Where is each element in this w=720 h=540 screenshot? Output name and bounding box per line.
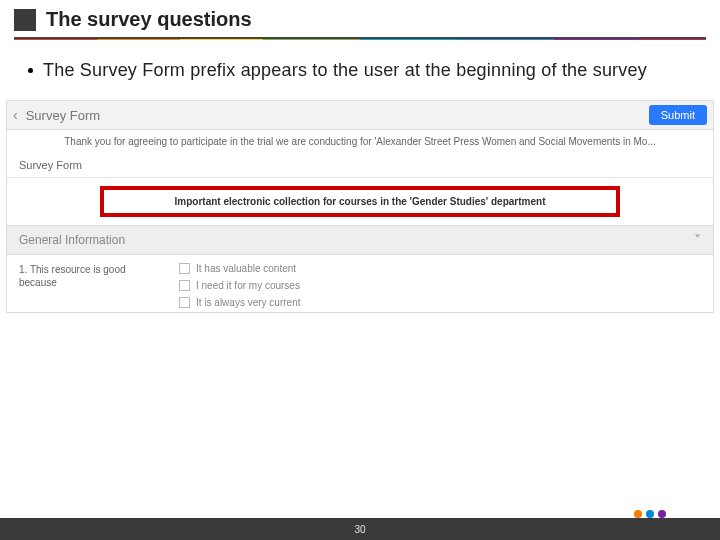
slide-footer: 30 — [0, 518, 720, 540]
question-options: It has valuable content I need it for my… — [139, 263, 701, 308]
brand-dot-icon — [634, 510, 642, 518]
brand-dots — [634, 510, 666, 518]
brand-dot-icon — [658, 510, 666, 518]
option-label: I need it for my courses — [196, 280, 300, 291]
general-info-accordion[interactable]: General Information ˅ — [7, 225, 713, 255]
chevron-down-icon: ˅ — [694, 232, 701, 248]
option-label: It has valuable content — [196, 263, 296, 274]
option-row[interactable]: It has valuable content — [179, 263, 701, 274]
option-label: It is always very current — [196, 297, 300, 308]
embedded-screenshot: ‹ Survey Form Submit Thank you for agree… — [6, 100, 714, 313]
question-row: 1. This resource is good because It has … — [7, 255, 713, 312]
highlight-row: Important electronic collection for cour… — [7, 178, 713, 225]
page-number: 30 — [354, 524, 365, 535]
slide-title-row: The survey questions — [0, 0, 720, 35]
brand-dot-icon — [646, 510, 654, 518]
checkbox-icon[interactable] — [179, 297, 190, 308]
bullet-row: The Survey Form prefix appears to the us… — [0, 40, 720, 92]
form-header-bar: ‹ Survey Form Submit — [7, 101, 713, 130]
checkbox-icon[interactable] — [179, 280, 190, 291]
form-intro-text: Thank you for agreeing to participate in… — [7, 130, 713, 153]
accordion-label: General Information — [19, 233, 125, 247]
question-label: 1. This resource is good because — [19, 263, 139, 308]
back-chevron-icon[interactable]: ‹ — [13, 107, 18, 123]
bullet-dot — [28, 68, 33, 73]
bullet-text: The Survey Form prefix appears to the us… — [43, 58, 647, 82]
checkbox-icon[interactable] — [179, 263, 190, 274]
option-row[interactable]: I need it for my courses — [179, 280, 701, 291]
title-marker-box — [14, 9, 36, 31]
slide-title: The survey questions — [46, 8, 252, 31]
submit-button[interactable]: Submit — [649, 105, 707, 125]
option-row[interactable]: It is always very current — [179, 297, 701, 308]
form-header-title: Survey Form — [26, 108, 100, 123]
section-label: Survey Form — [7, 153, 713, 178]
prefix-highlight-box: Important electronic collection for cour… — [100, 186, 620, 217]
